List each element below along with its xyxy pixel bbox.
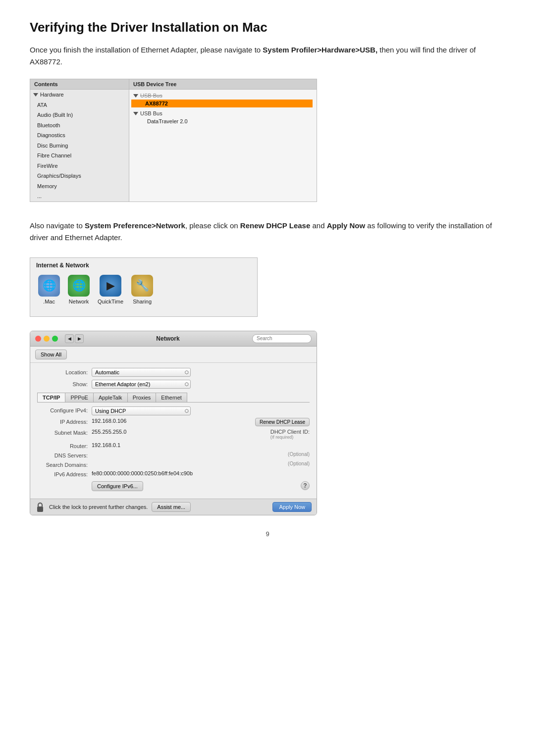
second-bold1: System Preference>Network <box>85 221 185 230</box>
second-bold2: Renew DHCP Lease <box>240 221 310 230</box>
show-select-wrapper: Ethernet Adaptor (en2) <box>92 380 191 389</box>
ip-address-row: IP Address: 192.168.0.106 Renew DHCP Lea… <box>37 418 310 426</box>
dns-optional: (Optional) <box>288 452 310 457</box>
show-label: Show: <box>37 381 92 387</box>
usb-tree: USB Bus AX88772 USB Bus DataTraveler 2.0 <box>129 90 317 128</box>
configure-ipv4-row: Configure IPv4: Using DHCP <box>37 406 310 415</box>
lock-icon[interactable] <box>35 502 45 512</box>
tab-ethernet[interactable]: Ethernet <box>156 393 187 402</box>
sp-ata: ATA <box>30 100 129 110</box>
inet-panel: Internet & Network 🌐 .Mac 🌐 Network ▶ Qu… <box>30 257 258 317</box>
tab-appletalk[interactable]: AppleTalk <box>93 393 128 402</box>
sp-bluetooth: Bluetooth <box>30 120 129 131</box>
sp-audio: Audio (Built In) <box>30 110 129 120</box>
hardware-label: Hardware <box>40 91 64 99</box>
show-row: Show: Ethernet Adaptor (en2) <box>37 380 310 389</box>
ipv6-row: IPv6 Address: fe80:0000:0000:0000:0250:b… <box>37 470 310 477</box>
intro-bold: System Profiler>Hardware>USB, <box>263 46 377 54</box>
search-input[interactable] <box>252 334 312 343</box>
usb-bus-1: USB Bus <box>133 93 313 99</box>
location-select-wrapper: Automatic <box>92 368 191 377</box>
location-label: Location: <box>37 369 92 375</box>
second-middle2: and <box>310 221 326 230</box>
sp-left-header: Contents <box>30 79 129 90</box>
configure-ipv4-label: Configure IPv4: <box>37 406 92 413</box>
tab-pppoe[interactable]: PPPoE <box>65 393 93 402</box>
network-footer: Click the lock to prevent further change… <box>30 499 317 515</box>
dhcp-client-label: DHCP Client ID: <box>270 429 310 435</box>
sp-graphics: Graphics/Displays <box>30 171 129 181</box>
dns-row: DNS Servers: (Optional) <box>37 452 310 458</box>
window-title: Network <box>87 335 249 342</box>
search-domains-label: Search Domains: <box>37 461 92 468</box>
second-middle: , please click on <box>185 221 240 230</box>
sp-fibre-channel: Fibre Channel <box>30 151 129 161</box>
ip-address-value: 192.168.0.106 <box>92 418 251 424</box>
configure-ipv6-area: Configure IPv6... <box>37 481 143 491</box>
triangle-usb2 <box>133 112 138 115</box>
network-tabs: TCP/IP PPPoE AppleTalk Proxies Ethernet <box>37 393 310 403</box>
network-icon-item[interactable]: 🌐 Network <box>68 275 90 304</box>
nav-buttons: ◀ ▶ <box>65 334 84 343</box>
mac-icon-item: 🌐 .Mac <box>38 275 60 304</box>
second-paragraph: Also navigate to System Preference>Netwo… <box>30 220 505 244</box>
configure-ipv6-button[interactable]: Configure IPv6... <box>92 481 143 491</box>
intro-paragraph: Once you finish the installation of Ethe… <box>30 44 505 68</box>
quicktime-label: QuickTime <box>98 299 123 304</box>
usb-bus-1-label: USB Bus <box>140 93 162 99</box>
minimize-dot[interactable] <box>44 336 50 342</box>
inet-header: Internet & Network <box>30 258 257 271</box>
traffic-lights <box>35 336 58 342</box>
show-all-button[interactable]: Show All <box>35 350 67 359</box>
apply-now-button[interactable]: Apply Now <box>272 502 312 512</box>
dhcp-client-col: DHCP Client ID: (If required) <box>270 429 310 440</box>
lock-svg <box>36 502 44 512</box>
subnet-row: Subnet Mask: 255.255.255.0 DHCP Client I… <box>37 429 310 440</box>
sp-firewire: FireWire <box>30 161 129 171</box>
svg-rect-0 <box>37 506 43 512</box>
location-select[interactable]: Automatic <box>92 368 191 377</box>
configure-ipv4-select[interactable]: Using DHCP <box>92 406 191 415</box>
search-domains-optional: (Optional) <box>288 461 310 466</box>
renew-dhcp-button[interactable]: Renew DHCP Lease <box>255 418 310 426</box>
ax88772-item: AX88772 <box>131 100 313 107</box>
inet-icons-row: 🌐 .Mac 🌐 Network ▶ QuickTime 🔧 Sharing <box>30 271 257 308</box>
tab-tcpip[interactable]: TCP/IP <box>37 393 65 402</box>
sp-memory: Memory <box>30 181 129 192</box>
quicktime-icon: ▶ <box>100 275 121 297</box>
second-bold3: Apply Now <box>327 221 366 230</box>
sp-diagnostics: Diagnostics <box>30 130 129 141</box>
datatraveler-item: DataTraveler 2.0 <box>133 117 313 125</box>
sp-more: ... <box>30 191 129 202</box>
page-title: Verifying the Driver Installation on Mac <box>30 20 505 35</box>
network-label: Network <box>69 299 89 304</box>
sp-right-header: USB Device Tree <box>129 79 317 90</box>
network-icon: 🌐 <box>68 275 90 297</box>
back-button[interactable]: ◀ <box>65 334 74 343</box>
subnet-value: 255.255.255.0 <box>92 429 261 435</box>
assist-button[interactable]: Assist me... <box>152 502 191 512</box>
sp-screenshot: Contents Hardware ATA Audio (Built In) B… <box>30 79 317 202</box>
tab-proxies[interactable]: Proxies <box>127 393 157 402</box>
subnet-label: Subnet Mask: <box>37 429 92 436</box>
configure-ipv6-row: Configure IPv6... ? <box>37 481 310 491</box>
show-select[interactable]: Ethernet Adaptor (en2) <box>92 380 191 389</box>
router-label: Router: <box>37 442 92 449</box>
sp-left-panel: Contents Hardware ATA Audio (Built In) B… <box>30 79 129 202</box>
sharing-label: Sharing <box>133 299 152 304</box>
required-label: (If required) <box>270 435 310 440</box>
network-toolbar: Show All <box>30 347 317 363</box>
ipv4-select-wrapper: Using DHCP <box>92 406 191 415</box>
router-value: 192.168.0.1 <box>92 442 310 448</box>
mac-icon: 🌐 <box>38 275 60 297</box>
sp-hardware-item: Hardware <box>30 90 129 100</box>
forward-button[interactable]: ▶ <box>75 334 84 343</box>
sharing-icon-item: 🔧 Sharing <box>131 275 153 304</box>
ipv6-label: IPv6 Address: <box>37 470 92 477</box>
usb-bus-2: USB Bus <box>133 110 313 116</box>
help-button[interactable]: ? <box>301 481 310 490</box>
quicktime-icon-item: ▶ QuickTime <box>98 275 123 304</box>
close-dot[interactable] <box>35 336 41 342</box>
maximize-dot[interactable] <box>52 336 58 342</box>
triangle-icon <box>33 93 38 97</box>
